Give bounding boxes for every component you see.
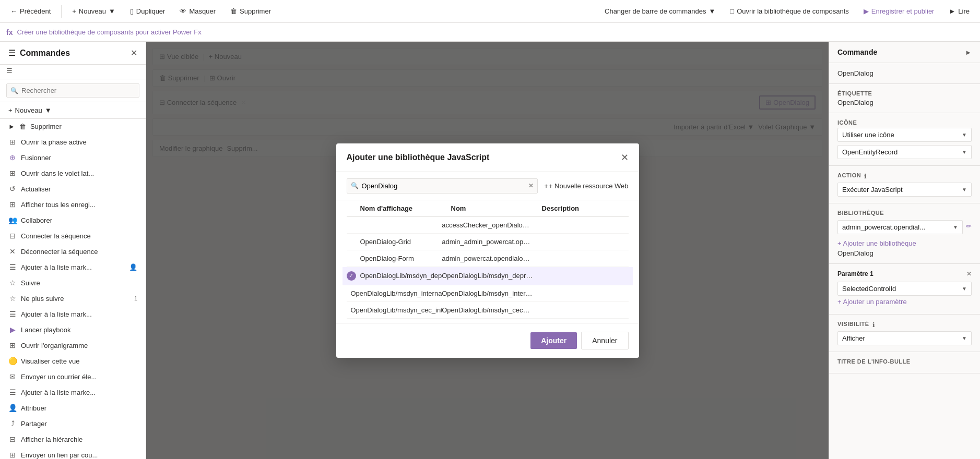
sidebar-label: Envoyer un courrier éle... [21, 373, 97, 381]
sidebar-label: Ajouter à la liste mark... [21, 310, 92, 318]
bibliotheque-select[interactable]: admin_powercat.opendial... ▼ [837, 220, 963, 234]
sidebar-item-fusionner[interactable]: ⊕ Fusionner [0, 150, 146, 165]
right-panel-title: Commande [837, 48, 877, 56]
sidebar-item-visualiser[interactable]: 🟡 Visualiser cette vue [0, 353, 146, 369]
icone-select-1[interactable]: Utiliser une icône ▼ [837, 128, 972, 142]
new-button[interactable]: + Nouveau ▼ [68, 5, 120, 17]
visibility-section: Visibilité ℹ Afficher ▼ [829, 315, 980, 352]
edit-library-icon[interactable]: ✏ [966, 222, 972, 230]
modal-header: Ajouter une bibliothèque JavaScript ✕ [336, 143, 639, 172]
delete-label: Supprimer [240, 7, 271, 15]
sidebar-item-ne-plus-suivre[interactable]: ☆ Ne plus suivre 1 [0, 291, 146, 306]
modal-close-button[interactable]: ✕ [621, 152, 629, 163]
sidebar-item-envoyer-lien[interactable]: ⊞ Envoyer un lien par cou... [0, 447, 146, 459]
sidebar-item-collaborer[interactable]: 👥 Collaborer [0, 212, 146, 228]
sidebar-title: Commandes [20, 49, 70, 58]
row-cell2: OpenDialogLib/msdyn_internal_... [442, 289, 537, 297]
sidebar-item-ouvrir-volet[interactable]: ⊞ Ouvrir dans le volet lat... [0, 165, 146, 181]
new-label: Nouveau [79, 7, 106, 15]
read-button[interactable]: ► Lire [944, 5, 974, 17]
dropdown-chevron-4: ▼ [953, 224, 958, 230]
sidebar-item-afficher-tous[interactable]: ⊞ Afficher tous les enregi... [0, 197, 146, 212]
sidebar-item-afficher-hierarchie[interactable]: ⊟ Afficher la hiérarchie [0, 431, 146, 447]
back-button[interactable]: ← Précédent [6, 5, 55, 17]
visibility-select[interactable]: Afficher ▼ [837, 331, 972, 345]
icone-label: Icône [837, 119, 972, 126]
search-input[interactable] [6, 83, 139, 98]
table-row[interactable]: OpenDialogLib/msdyn_internal_openD... Op… [347, 285, 629, 302]
table-row[interactable]: OpenDialog-Grid admin_admin_powercat.ope… [347, 234, 629, 250]
param1-header: Paramètre 1 ✕ [837, 270, 972, 277]
sidebar-close-button[interactable]: ✕ [131, 48, 137, 58]
table-row[interactable]: accessChecker_openDialog.js [347, 217, 629, 234]
star-icon-1: ☆ [8, 279, 17, 287]
param1-select[interactable]: SelectedControlId ▼ [837, 282, 972, 296]
fx-icon: fx [6, 28, 13, 37]
modal-search-input[interactable] [347, 178, 538, 194]
sidebar-item-partager[interactable]: ⤴ Partager [0, 416, 146, 431]
dropdown-chevron-1: ▼ [962, 132, 967, 138]
table-row-selected[interactable]: OpenDialogLib/msdyn_deprecated_int... Op… [343, 267, 633, 285]
row-cell1: OpenDialogLib/msdyn_deprecated_int... [347, 271, 442, 281]
dropdown-chevron-3: ▼ [962, 187, 967, 192]
person-icon-2: 👤 [8, 404, 17, 412]
toolbar-left: ← Précédent + Nouveau ▼ ▯ Dupliquer 👁 Ma… [6, 5, 275, 18]
duplicate-button[interactable]: ▯ Dupliquer [126, 5, 170, 17]
link-icon: ⊞ [8, 451, 17, 459]
sidebar-item-ajouter-liste-3[interactable]: ☰ Ajouter à la liste marke... [0, 384, 146, 400]
library-icon: □ [730, 7, 734, 15]
search-icon: 🔍 [10, 87, 18, 94]
save-publish-button[interactable]: ▶ Enregistrer et publier [859, 5, 939, 17]
row-cell2: OpenDialogLib/msdyn_cec_inter... [442, 306, 537, 314]
command-value: OpenDialog [837, 69, 972, 77]
cancel-button[interactable]: Annuler [581, 332, 628, 349]
table-row[interactable]: OpenDialog-Form admin_powercat.opendialo… [347, 250, 629, 267]
read-label: Lire [958, 7, 970, 15]
sidebar-item-ouvrir-phase[interactable]: ⊞ Ouvrir la phase active [0, 134, 146, 150]
row-cell2: accessChecker_openDialog.js [442, 221, 537, 229]
sidebar-label: Afficher la hiérarchie [21, 436, 82, 443]
modal-search-clear-button[interactable]: ✕ [528, 182, 534, 189]
add-button[interactable]: Ajouter [530, 332, 577, 349]
sidebar-item-ajouter-liste-2[interactable]: ☰ Ajouter à la liste mark... [0, 306, 146, 322]
sidebar-item-suivre[interactable]: ☆ Suivre [0, 275, 146, 291]
sidebar-item-deconnecter-sequence[interactable]: ✕ Déconnecter la séquence [0, 244, 146, 259]
table-row[interactable]: OpenDialogLib/msdyn_cec_internal_op... O… [347, 302, 629, 319]
sidebar-menu-icon: ☰ [8, 48, 16, 58]
dropdown-chevron-5: ▼ [962, 286, 967, 292]
col3-header: Description [542, 204, 629, 212]
new-command-button[interactable]: + Nouveau ▼ [0, 102, 146, 119]
param1-close-button[interactable]: ✕ [966, 270, 972, 277]
sidebar-item-attribuer[interactable]: 👤 Attribuer [0, 400, 146, 416]
sidebar-item-actualiser[interactable]: ↺ Actualiser [0, 181, 146, 197]
sequence-icon: ⊟ [8, 232, 17, 240]
hide-button[interactable]: 👁 Masquer [175, 5, 220, 17]
sidebar-item-lancer-playbook[interactable]: ▶ Lancer playbook [0, 322, 146, 337]
sidebar-label: Déconnecter la séquence [21, 248, 98, 256]
row-cell2: admin_admin_powercat.opendial... [442, 238, 537, 246]
open-library-button[interactable]: □ Ouvrir la bibliothèque de composants [726, 5, 853, 17]
sidebar-item-ajouter-liste-1[interactable]: ☰ Ajouter à la liste mark... 👤 [0, 259, 146, 275]
row-cell2: admin_powercat.opendialog.form [442, 255, 537, 262]
sidebar-item-supprimer[interactable]: ► 🗑 Supprimer [0, 119, 146, 134]
back-label: Précédent [20, 7, 51, 15]
col2-header: Nom [451, 204, 542, 212]
modal-table-header: Nom d'affichage Nom Description [347, 200, 629, 217]
visibility-label: Visibilité [837, 321, 869, 327]
sidebar-item-envoyer-courrier[interactable]: ✉ Envoyer un courrier éle... [0, 369, 146, 384]
duplicate-icon: ▯ [130, 7, 134, 15]
delete-button[interactable]: 🗑 Supprimer [226, 5, 275, 17]
etiquette-section: Étiquette OpenDialog [829, 84, 980, 113]
icone-select-2[interactable]: OpenEntityRecord ▼ [837, 145, 972, 159]
sidebar-item-ouvrir-organigramme[interactable]: ⊞ Ouvrir l'organigramme [0, 337, 146, 353]
add-library-button[interactable]: + Ajouter une bibliothèque [837, 237, 972, 249]
sidebar-item-connecter-sequence[interactable]: ⊟ Connecter la séquence [0, 228, 146, 244]
change-bar-button[interactable]: Changer de barre de commandes ▼ [600, 5, 719, 17]
add-param-button[interactable]: + Ajouter un paramètre [837, 296, 972, 308]
new-resource-button[interactable]: + + Nouvelle ressource Web [544, 182, 628, 190]
action-select[interactable]: Exécuter JavaScript ▼ [837, 183, 972, 197]
expand-icon[interactable]: ► [965, 49, 972, 56]
sidebar-label: Supprimer [30, 123, 62, 130]
hierarchy-icon: ⊟ [8, 435, 17, 443]
row-cell1: OpenDialog-Form [347, 255, 442, 262]
